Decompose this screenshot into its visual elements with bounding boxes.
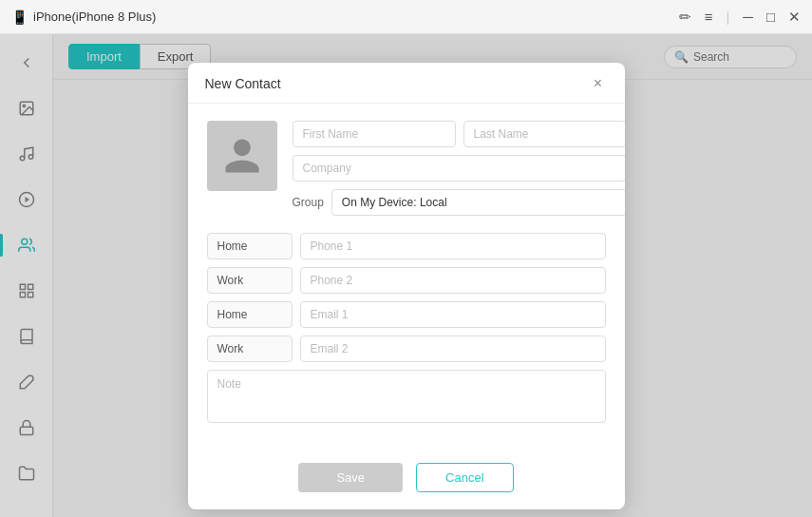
maximize-button[interactable]: □ bbox=[766, 9, 775, 25]
pen-icon[interactable]: ✏ bbox=[679, 9, 691, 26]
phone1-input[interactable] bbox=[300, 233, 606, 259]
company-input[interactable] bbox=[293, 155, 625, 182]
modal-body: Group Home Work bbox=[188, 104, 625, 450]
note-textarea[interactable] bbox=[207, 370, 606, 423]
phone2-input[interactable] bbox=[300, 267, 606, 294]
first-name-input[interactable] bbox=[293, 121, 456, 147]
fields-section: Home Work Home Work bbox=[207, 233, 606, 423]
avatar bbox=[207, 121, 277, 191]
main-layout: Import Export 🔍 New Contact × bbox=[0, 34, 812, 517]
modal-footer: Save Cancel bbox=[188, 450, 625, 509]
phone1-row: Home bbox=[207, 233, 606, 259]
modal-overlay: New Contact × bbox=[0, 34, 812, 517]
modal-close-button[interactable]: × bbox=[589, 74, 608, 93]
last-name-input[interactable] bbox=[463, 121, 625, 147]
title-bar-right: ✏ ≡ | ─ □ ✕ bbox=[679, 9, 801, 26]
app-title: iPhone(iPhone 8 Plus) bbox=[33, 10, 156, 24]
separator: | bbox=[726, 9, 729, 25]
menu-icon[interactable]: ≡ bbox=[705, 9, 713, 25]
content-area: Import Export 🔍 New Contact × bbox=[53, 34, 812, 517]
phone2-type-button[interactable]: Work bbox=[207, 267, 293, 294]
email2-row: Work bbox=[207, 335, 606, 362]
title-bar: 📱 iPhone(iPhone 8 Plus) ✏ ≡ | ─ □ ✕ bbox=[0, 0, 812, 34]
save-button[interactable]: Save bbox=[298, 463, 403, 492]
email1-type-button[interactable]: Home bbox=[207, 301, 293, 328]
top-section: Group bbox=[207, 121, 606, 216]
name-fields: Group bbox=[293, 121, 625, 216]
title-bar-left: 📱 iPhone(iPhone 8 Plus) bbox=[11, 10, 156, 25]
name-row bbox=[293, 121, 625, 147]
group-label: Group bbox=[293, 196, 324, 209]
email1-row: Home bbox=[207, 301, 606, 328]
phone1-type-button[interactable]: Home bbox=[207, 233, 293, 259]
cancel-button[interactable]: Cancel bbox=[416, 463, 513, 492]
phone2-row: Work bbox=[207, 267, 606, 294]
new-contact-modal: New Contact × bbox=[188, 63, 625, 509]
phone-icon: 📱 bbox=[11, 10, 28, 25]
modal-header: New Contact × bbox=[188, 63, 625, 104]
email2-type-button[interactable]: Work bbox=[207, 335, 293, 362]
email2-input[interactable] bbox=[300, 335, 606, 362]
group-input[interactable] bbox=[331, 189, 625, 216]
group-row: Group bbox=[293, 189, 625, 216]
minimize-button[interactable]: ─ bbox=[743, 9, 753, 25]
email1-input[interactable] bbox=[300, 301, 606, 328]
avatar-icon bbox=[221, 135, 263, 177]
modal-title: New Contact bbox=[205, 76, 281, 91]
close-button[interactable]: ✕ bbox=[788, 9, 801, 26]
